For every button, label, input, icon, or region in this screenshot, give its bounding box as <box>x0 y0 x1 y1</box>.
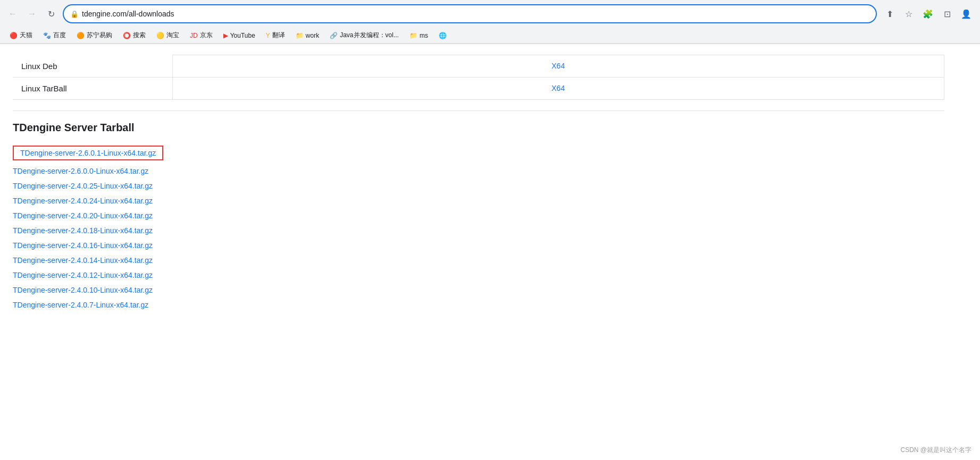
linux-deb-label: Linux Deb <box>13 55 172 78</box>
jd-icon: JD <box>190 32 198 39</box>
list-item: TDengine-server-2.4.0.20-Linux-x64.tar.g… <box>13 208 944 223</box>
split-icon: ⊡ <box>944 9 951 19</box>
reload-icon: ↻ <box>48 9 55 19</box>
list-item: TDengine-server-2.6.0.0-Linux-x64.tar.gz <box>13 164 944 178</box>
toolbar-icons: ⬆ ☆ 🧩 ⊡ 👤 <box>881 5 975 22</box>
bookmark-baidu[interactable]: 🐾 百度 <box>39 30 70 41</box>
address-bar-container: 🔒 <box>63 4 877 23</box>
list-item: TDengine-server-2.4.0.10-Linux-x64.tar.g… <box>13 283 944 297</box>
bookmark-taobao[interactable]: 🟡 淘宝 <box>152 30 183 41</box>
section-divider <box>13 110 944 111</box>
linux-tarball-cell: X64 <box>172 77 944 99</box>
bookmark-work[interactable]: 📁 work <box>291 31 323 40</box>
reload-button[interactable]: ↻ <box>44 6 58 21</box>
list-item: TDengine-server-2.4.0.25-Linux-x64.tar.g… <box>13 178 944 193</box>
list-item: TDengine-server-2.4.0.12-Linux-x64.tar.g… <box>13 268 944 283</box>
list-item: TDengine-server-2.4.0.24-Linux-x64.tar.g… <box>13 193 944 208</box>
suning-icon: 🟠 <box>77 32 85 39</box>
work-icon: 📁 <box>296 32 304 39</box>
address-bar[interactable] <box>82 10 869 18</box>
bookmark-suning-label: 苏宁易购 <box>87 31 112 40</box>
baidu-icon: 🐾 <box>43 32 51 39</box>
download-table: Linux Deb X64 Linux TarBall X64 <box>13 55 944 100</box>
linux-deb-cell: X64 <box>172 55 944 78</box>
file-link-5[interactable]: TDengine-server-2.4.0.18-Linux-x64.tar.g… <box>13 226 153 235</box>
bookmark-globe[interactable]: 🌐 <box>434 31 451 40</box>
file-link-3[interactable]: TDengine-server-2.4.0.24-Linux-x64.tar.g… <box>13 197 153 205</box>
file-link-8[interactable]: TDengine-server-2.4.0.12-Linux-x64.tar.g… <box>13 271 153 279</box>
bookmark-tianmao-label: 天猫 <box>20 31 32 40</box>
java-icon: 🔗 <box>330 32 338 39</box>
bookmark-youtube-label: YouTube <box>230 32 255 39</box>
bookmark-suning[interactable]: 🟠 苏宁易购 <box>72 30 116 41</box>
share-button[interactable]: ⬆ <box>881 5 898 22</box>
page-content: Linux Deb X64 Linux TarBall X64 TDengine… <box>0 44 957 323</box>
list-item: TDengine-server-2.4.0.18-Linux-x64.tar.g… <box>13 223 944 238</box>
extension-icon: 🧩 <box>923 9 933 19</box>
bookmark-taobao-label: 淘宝 <box>166 31 179 40</box>
list-item: TDengine-server-2.4.0.16-Linux-x64.tar.g… <box>13 238 944 253</box>
bookmark-button[interactable]: ☆ <box>900 5 917 22</box>
youtube-icon: ▶ <box>223 32 228 39</box>
bookmark-fanyi-label: 翻译 <box>272 31 285 40</box>
linux-tarball-row: Linux TarBall X64 <box>13 77 944 99</box>
server-tarball-title: TDengine Server Tarball <box>13 122 944 134</box>
bookmark-search-label: 搜索 <box>133 31 146 40</box>
bookmark-work-label: work <box>306 32 319 39</box>
bookmark-baidu-label: 百度 <box>53 31 66 40</box>
share-icon: ⬆ <box>886 9 893 19</box>
bookmark-fanyi[interactable]: Y 翻译 <box>262 30 289 41</box>
bookmark-java-label: Java并发编程：vol... <box>340 31 399 40</box>
file-link-7[interactable]: TDengine-server-2.4.0.14-Linux-x64.tar.g… <box>13 256 153 265</box>
linux-deb-x64-link[interactable]: X64 <box>181 62 936 70</box>
list-item: TDengine-server-2.4.0.7-Linux-x64.tar.gz <box>13 297 944 312</box>
forward-icon: → <box>28 9 36 19</box>
file-list: TDengine-server-2.6.0.1-Linux-x64.tar.gz… <box>13 142 944 312</box>
forward-button[interactable]: → <box>24 6 39 21</box>
file-link-4[interactable]: TDengine-server-2.4.0.20-Linux-x64.tar.g… <box>13 211 153 220</box>
extensions-button[interactable]: 🧩 <box>919 5 936 22</box>
file-link-10[interactable]: TDengine-server-2.4.0.7-Linux-x64.tar.gz <box>13 301 148 309</box>
file-link-6[interactable]: TDengine-server-2.4.0.16-Linux-x64.tar.g… <box>13 241 153 250</box>
bookmark-ms[interactable]: 📁 ms <box>405 31 432 40</box>
bookmark-java[interactable]: 🔗 Java并发编程：vol... <box>325 30 403 41</box>
profile-button[interactable]: 👤 <box>958 5 975 22</box>
server-tarball-section: TDengine Server Tarball TDengine-server-… <box>13 122 944 312</box>
back-button[interactable]: ← <box>5 6 20 21</box>
browser-chrome: ← → ↻ 🔒 ⬆ ☆ 🧩 ⊡ 👤 <box>0 0 980 44</box>
browser-toolbar: ← → ↻ 🔒 ⬆ ☆ 🧩 ⊡ 👤 <box>0 0 980 28</box>
fanyi-icon: Y <box>266 32 270 39</box>
split-screen-button[interactable]: ⊡ <box>939 5 956 22</box>
bookmarks-bar: 🔴 天猫 🐾 百度 🟠 苏宁易购 ⭕ 搜索 🟡 淘宝 JD 京东 ▶ YouTu… <box>0 28 980 44</box>
search-icon: ⭕ <box>123 32 131 39</box>
ms-icon: 📁 <box>409 32 417 39</box>
file-link-0[interactable]: TDengine-server-2.6.0.1-Linux-x64.tar.gz <box>13 146 163 160</box>
linux-tarball-label: Linux TarBall <box>13 77 172 99</box>
bookmark-youtube[interactable]: ▶ YouTube <box>219 31 259 40</box>
bookmark-search[interactable]: ⭕ 搜索 <box>119 30 150 41</box>
globe-icon: 🌐 <box>439 32 447 39</box>
list-item: TDengine-server-2.4.0.14-Linux-x64.tar.g… <box>13 253 944 268</box>
bookmark-tianmao[interactable]: 🔴 天猫 <box>5 30 37 41</box>
file-link-2[interactable]: TDengine-server-2.4.0.25-Linux-x64.tar.g… <box>13 182 153 190</box>
star-icon: ☆ <box>905 9 912 19</box>
linux-deb-row: Linux Deb X64 <box>13 55 944 78</box>
file-link-1[interactable]: TDengine-server-2.6.0.0-Linux-x64.tar.gz <box>13 167 148 175</box>
file-link-9[interactable]: TDengine-server-2.4.0.10-Linux-x64.tar.g… <box>13 286 153 294</box>
bookmark-jd[interactable]: JD 京东 <box>186 30 217 41</box>
linux-downloads-table-section: Linux Deb X64 Linux TarBall X64 <box>13 55 944 100</box>
linux-tarball-x64-link[interactable]: X64 <box>181 84 936 92</box>
back-icon: ← <box>9 9 17 19</box>
list-item: TDengine-server-2.6.0.1-Linux-x64.tar.gz <box>13 142 944 164</box>
tianmao-icon: 🔴 <box>10 32 18 39</box>
lock-icon: 🔒 <box>70 10 79 18</box>
bookmark-jd-label: 京东 <box>200 31 213 40</box>
taobao-icon: 🟡 <box>156 32 164 39</box>
bookmark-ms-label: ms <box>420 32 428 39</box>
profile-icon: 👤 <box>961 9 971 19</box>
